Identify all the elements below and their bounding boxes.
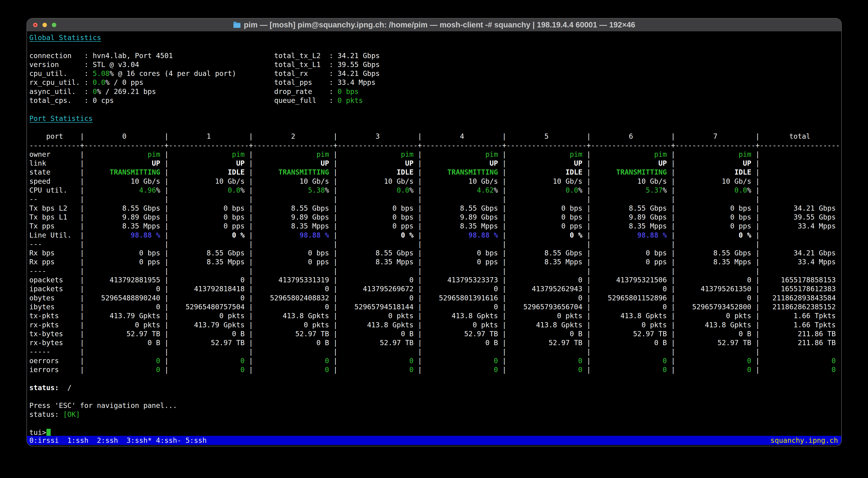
port-table-row-Line-Util: Line Util. | 98.88 % | 0 % | 98.88 % | 0… — [29, 231, 841, 240]
port-table-row-obytes: obytes | 52965488890240 | 0 | 5296580240… — [29, 294, 841, 303]
desktop: pim — [mosh] pim@squanchy.ipng.ch: /home… — [0, 0, 868, 478]
global-stat-row: connection : hvn4.lab, Port 4501 total_t… — [29, 51, 841, 60]
port-table-row-opackets: opackets | 413792881955 | 0 | 4137953313… — [29, 276, 841, 284]
global-stat-row: total_cps. : 0 cps queue_full : 0 pkts — [29, 96, 841, 105]
port-table-row-rx-bytes: rx-bytes | 0 B | 52.97 TB | 0 B | 52.97 … — [29, 338, 841, 347]
blank-line — [29, 392, 841, 401]
port-table-row-Tx-pps: Tx pps | 8.35 Mpps | 0 pps | 8.35 Mpps |… — [29, 221, 841, 231]
blank-line — [29, 105, 841, 114]
port-table-row-owner: owner | pim | pim | pim | pim | pim | pi… — [29, 150, 841, 159]
port-table-row-Tx-bps-L2: Tx bps L2 | 8.55 Gbps | 0 bps | 8.55 Gbp… — [29, 204, 841, 213]
blank-line — [29, 419, 841, 428]
port-table-row-Rx-pps: Rx pps | 0 pps | 8.35 Mpps | 0 pps | 8.3… — [29, 258, 841, 266]
global-stat-row: rx_cpu_util. : 0.0% / 0 pps total_pps : … — [29, 78, 841, 87]
tmux-window-list[interactable]: 0:irssi 1:ssh 2:ssh 3:ssh* 4:ssh- 5:ssh — [29, 436, 207, 445]
close-button[interactable] — [33, 23, 37, 27]
port-table-row-tx-pkts: tx-pkts | 413.79 Gpkts | 0 pkts | 413.8 … — [29, 311, 841, 320]
terminal-screen[interactable]: Global Statisticsconnection : hvn4.lab, … — [27, 31, 841, 446]
status-ok-line: status: [OK] — [29, 410, 841, 419]
port-table-row-: ----- | | | | | | | | | | — [29, 347, 841, 356]
minimize-button[interactable] — [42, 23, 47, 27]
port-table-row-: ---- | | | | | | | | | | — [29, 267, 841, 276]
window-title-text: pim — [mosh] pim@squanchy.ipng.ch: /home… — [244, 21, 635, 29]
port-table-separator: ------------+-------------------+-------… — [29, 141, 841, 150]
port-table-row-: -- | | | | | | | | | | — [29, 195, 841, 204]
blank-line — [29, 374, 841, 383]
terminal-window: pim — [mosh] pim@squanchy.ipng.ch: /home… — [27, 18, 842, 446]
global-stat-row: async_util. : 0% / 269.21 bps drop_rate … — [29, 87, 841, 96]
port-table-row-tx-bytes: tx-bytes | 52.97 TB | 0 B | 52.97 TB | 0… — [29, 330, 841, 338]
terminal-cursor — [46, 429, 51, 436]
esc-hint-line: Press 'ESC' for navigation panel... — [29, 401, 841, 410]
port-table-row-: --- | | | | | | | | | | — [29, 240, 841, 249]
window-title: pim — [mosh] pim@squanchy.ipng.ch: /home… — [233, 21, 635, 29]
port-table-row-oerrors: oerrors | 0 | 0 | 0 | 0 | 0 | 0 | 0 | 0 … — [29, 356, 841, 365]
port-table-row-ipackets: ipackets | 0 | 413792818418 | 0 | 413795… — [29, 284, 841, 293]
titlebar[interactable]: pim — [mosh] pim@squanchy.ipng.ch: /home… — [27, 19, 841, 31]
terminal-output: Global Statisticsconnection : hvn4.lab, … — [29, 33, 841, 437]
fullscreen-button[interactable] — [52, 23, 56, 27]
tmux-status-bar: 0:irssi 1:ssh 2:ssh 3:ssh* 4:ssh- 5:ssh … — [27, 436, 841, 445]
port-table-row-ierrors: ierrors | 0 | 0 | 0 | 0 | 0 | 0 | 0 | 0 … — [29, 365, 841, 374]
global-stat-row: cpu_util. : 5.08% @ 16 cores (4 per dual… — [29, 69, 841, 78]
port-table-row-link: link | UP | UP | UP | UP | UP | UP | UP … — [29, 159, 841, 168]
port-table-row-ibytes: ibytes | 0 | 52965480757504 | 0 | 529657… — [29, 303, 841, 311]
close-dot-icon — [34, 24, 36, 26]
port-table-row-state: state | TRANSMITTING | IDLE | TRANSMITTI… — [29, 168, 841, 177]
global-stats-heading: Global Statistics — [29, 33, 841, 42]
port-table-header: port | 0 | 1 | 2 | 3 | 4 | 5 | 6 | 7 | t… — [29, 132, 841, 141]
port-table-row-speed: speed | 10 Gb/s | 10 Gb/s | 10 Gb/s | 10… — [29, 177, 841, 186]
port-table-row-Rx-bps: Rx bps | 0 bps | 8.55 Gbps | 0 bps | 8.5… — [29, 249, 841, 258]
port-stats-heading: Port Statistics — [29, 114, 841, 123]
folder-icon — [233, 22, 241, 28]
traffic-lights — [33, 19, 56, 31]
tmux-hostname: squanchy.ipng.ch — [770, 436, 838, 445]
port-table-row-rx-pkts: rx-pkts | 0 pkts | 413.79 Gpkts | 0 pkts… — [29, 320, 841, 330]
blank-line — [29, 123, 841, 132]
port-table-row-CPU-util: CPU util. | 4.96% | 0.0% | 5.38% | 0.0% … — [29, 186, 841, 195]
status-spinner-line: status: / — [29, 383, 841, 392]
port-table-row-Tx-bps-L1: Tx bps L1 | 9.89 Gbps | 0 bps | 9.89 Gbp… — [29, 213, 841, 221]
blank-line — [29, 42, 841, 51]
global-stat-row: version : STL @ v3.04 total_tx_L1 : 39.5… — [29, 60, 841, 69]
